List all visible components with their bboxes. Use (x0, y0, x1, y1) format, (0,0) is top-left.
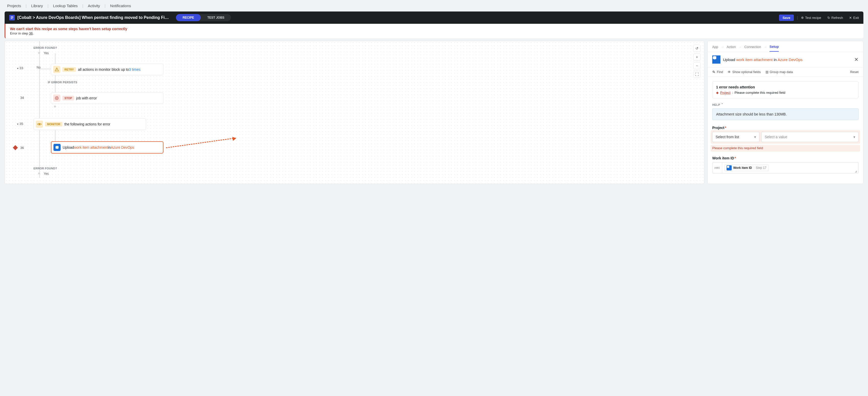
error-banner-detail: Error in step 36. (10, 31, 859, 35)
step-card-36[interactable]: Upload work item attachment in Azure Dev… (51, 141, 163, 154)
step-number-36: 36 (20, 146, 24, 150)
recipe-canvas[interactable]: ↺ + − ⛶ ▾33 34 ▾35 36 ERROR FOUND? Yes N… (5, 41, 704, 184)
toggle-test-jobs[interactable]: TEST JOBS (201, 14, 231, 21)
retry-chip: RETRY (62, 67, 76, 72)
chevron-right-icon: → (764, 45, 767, 49)
error-diamond-icon: ◆ (716, 91, 719, 95)
project-value-select[interactable]: Select a value ▾ (762, 132, 859, 142)
pointer-arrow (166, 138, 236, 148)
azure-devops-icon (712, 56, 720, 64)
exit-button[interactable]: ✕ Exit (849, 16, 859, 20)
azure-devops-icon (54, 144, 61, 151)
zoom-fit-button[interactable]: ⛶ (693, 71, 701, 78)
chevron-right-icon: → (738, 45, 742, 49)
test-recipe-label: Test recipe (805, 16, 821, 20)
error-banner: We can't start this recipe as some steps… (5, 24, 863, 38)
step-36-prefix: Upload (63, 145, 74, 150)
panel-toolbar: 🔍︎ Find 👁 Show optional fields ▥ Group m… (708, 67, 863, 77)
step-36-mid: in (108, 145, 111, 150)
crumb-setup[interactable]: Setup (770, 45, 779, 52)
close-icon: ✕ (849, 16, 852, 20)
if-error-persists-label: IF ERROR PERSISTS (48, 81, 77, 84)
step-number-33[interactable]: ▾33 (17, 66, 23, 70)
error-project-link[interactable]: Project (720, 91, 731, 95)
setup-breadcrumb: App → Action → Connection → Setup (708, 41, 863, 52)
chevron-down-icon: ▾ (754, 135, 756, 139)
refresh-icon: ↻ (827, 16, 830, 20)
crumb-action[interactable]: Action (726, 45, 736, 49)
close-panel-button[interactable]: ✕ (854, 57, 859, 63)
setup-panel: App → Action → Connection → Setup Upload… (707, 41, 863, 184)
nav-activity[interactable]: Activity (86, 4, 102, 8)
step-36-app: Azure DevOps (111, 145, 134, 150)
nav-projects[interactable]: Projects (5, 4, 23, 8)
chevron-down-icon: ▾ (854, 135, 855, 139)
step-33-text: all actions in monitor block up to (78, 67, 129, 71)
refresh-button[interactable]: ↻ Refresh (827, 16, 843, 20)
project-field-error: Please complete this required field (711, 145, 860, 152)
zoom-in-button[interactable]: + (693, 54, 701, 61)
workitem-field[interactable]: ABC Work item ID Step 17 ◢ (712, 162, 859, 173)
gear-icon: ✲ (801, 16, 804, 20)
help-text: Attachment size should be less than 130M… (712, 108, 859, 120)
nav-library[interactable]: Library (29, 4, 45, 8)
svg-point-6 (39, 124, 40, 125)
columns-icon: ▥ (766, 70, 769, 74)
step-card-35[interactable]: MONITOR the following actions for error (33, 118, 146, 130)
error-found-label: ERROR FOUND? (33, 46, 57, 49)
eye-icon: 👁 (727, 70, 731, 74)
datapill-workitem-id[interactable]: Work item ID Step 17 (724, 165, 769, 171)
panel-title-row: Upload work item attachment in Azure Dev… (708, 52, 863, 67)
chevron-up-icon: ˄ (721, 103, 723, 106)
error-indicator-icon (13, 145, 18, 150)
workitem-label: Work item ID* (712, 156, 859, 160)
chevron-right-icon: → (721, 45, 724, 49)
refresh-label: Refresh (831, 16, 843, 20)
branch-yes: Yes (44, 52, 49, 55)
stop-chip: STOP (62, 96, 74, 100)
stop-icon (53, 95, 60, 102)
branch-yes-2: Yes (44, 172, 49, 175)
zoom-reset-button[interactable]: ↺ (693, 45, 701, 52)
project-mode-select[interactable]: Select from list ▾ (712, 132, 759, 142)
view-toggle: RECIPE TEST JOBS (176, 14, 231, 21)
svg-rect-1 (11, 18, 13, 18)
step-card-34[interactable]: STOP job with error (51, 92, 163, 104)
panel-title-text: Upload work item attachment in Azure Dev… (723, 58, 803, 62)
top-navigation: Projects| Library| Lookup Tables| Activi… (0, 0, 868, 11)
find-button[interactable]: 🔍︎ Find (712, 70, 723, 74)
step-33-link[interactable]: 3 times (129, 67, 141, 71)
recipe-icon (9, 15, 15, 21)
svg-rect-2 (11, 19, 12, 19)
step-35-text: the following actions for error (64, 122, 111, 126)
svg-rect-0 (11, 16, 13, 17)
error-banner-title: We can't start this recipe as some steps… (10, 27, 859, 31)
resize-handle-icon[interactable]: ◢ (855, 170, 858, 173)
group-map-button[interactable]: ▥ Group map data (766, 70, 793, 74)
save-button[interactable]: Save (779, 14, 794, 21)
step-card-33[interactable]: RETRY all actions in monitor block up to… (51, 64, 163, 75)
reset-button[interactable]: Reset (850, 70, 859, 74)
step-number-35[interactable]: ▾35 (17, 122, 23, 126)
error-found-label-2: ERROR FOUND? (33, 167, 57, 170)
warning-icon (53, 66, 60, 73)
toggle-recipe[interactable]: RECIPE (176, 14, 201, 21)
text-type-indicator: ABC (713, 163, 722, 173)
error-summary-heading: 1 error needs attention (716, 85, 855, 89)
nav-lookup-tables[interactable]: Lookup Tables (51, 4, 80, 8)
crumb-app[interactable]: App (712, 45, 718, 49)
zoom-out-button[interactable]: − (693, 62, 701, 69)
crumb-connection[interactable]: Connection (744, 45, 761, 49)
test-recipe-button[interactable]: ✲ Test recipe (801, 16, 821, 20)
error-project-msg: Please complete this required field (735, 91, 785, 95)
help-toggle[interactable]: HELP ˄ (712, 103, 859, 106)
zoom-controls: ↺ + − ⛶ (693, 45, 701, 78)
project-label: Project* (712, 126, 859, 130)
search-icon: 🔍︎ (712, 70, 716, 74)
error-step-link[interactable]: 36 (29, 31, 32, 35)
step-36-action: work item attachment (74, 145, 108, 150)
nav-notifications[interactable]: Notifications (108, 4, 133, 8)
eye-icon (36, 121, 43, 128)
show-optional-button[interactable]: 👁 Show optional fields (727, 70, 761, 74)
recipe-header: [Cobalt > Azure DevOps Boards] When pent… (5, 11, 863, 24)
